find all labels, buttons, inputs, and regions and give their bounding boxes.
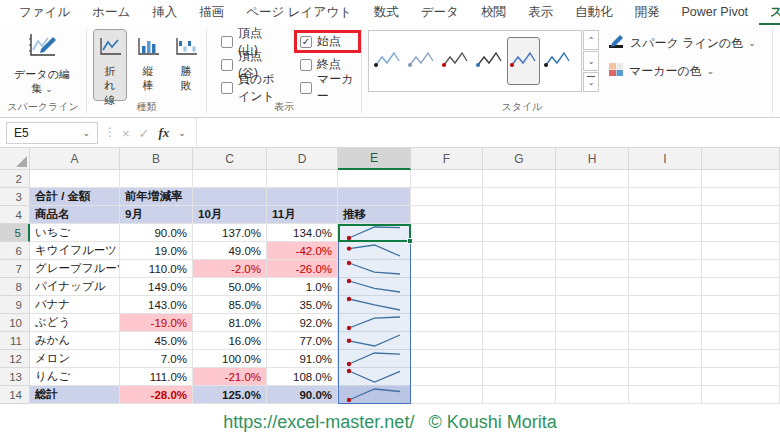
tab-スパークライン[interactable]: スパークライン: [759, 0, 780, 26]
style-thumbnail-6[interactable]: [541, 37, 574, 85]
cell-product-14[interactable]: 総計: [30, 386, 120, 404]
style-thumbnail-5[interactable]: [507, 37, 540, 85]
cell[interactable]: [702, 296, 780, 314]
cell[interactable]: [629, 206, 702, 224]
row-header-7[interactable]: 7: [0, 260, 30, 278]
cell-value-12-1[interactable]: 7.0%: [120, 350, 193, 368]
cell-value-12-2[interactable]: 100.0%: [193, 350, 267, 368]
cell[interactable]: [702, 206, 780, 224]
cell[interactable]: [629, 260, 702, 278]
type-button-line[interactable]: 折 れ線: [93, 29, 127, 101]
cell[interactable]: [411, 296, 483, 314]
cell-value-6-1[interactable]: 19.0%: [120, 242, 193, 260]
cell[interactable]: [411, 170, 483, 188]
fill-handle[interactable]: [407, 238, 413, 244]
cell-value-11-2[interactable]: 16.0%: [193, 332, 267, 350]
cell[interactable]: [411, 206, 483, 224]
cell-product-12[interactable]: メロン: [30, 350, 120, 368]
cell-total-title[interactable]: 合計 / 金額: [30, 188, 120, 206]
formula-input[interactable]: [196, 118, 780, 147]
checkbox-markers[interactable]: マーカー: [294, 76, 361, 99]
cell-value-6-3[interactable]: -42.0%: [267, 242, 338, 260]
cell-sparkline-13[interactable]: [338, 368, 411, 386]
row-header-9[interactable]: 9: [0, 296, 30, 314]
cell[interactable]: [411, 260, 483, 278]
enter-icon[interactable]: ✓: [139, 126, 150, 141]
cell-sparkline-6[interactable]: [338, 242, 411, 260]
cell-value-9-2[interactable]: 85.0%: [193, 296, 267, 314]
cell[interactable]: [193, 170, 267, 188]
cell[interactable]: [411, 224, 483, 242]
type-button-column[interactable]: 縦 棒: [131, 29, 165, 101]
cell[interactable]: [411, 368, 483, 386]
tab-校閲[interactable]: 校閲: [470, 0, 517, 26]
cell[interactable]: [629, 350, 702, 368]
tab-開発[interactable]: 開発: [623, 0, 670, 26]
cell[interactable]: [411, 314, 483, 332]
cell[interactable]: [629, 188, 702, 206]
cell[interactable]: [193, 188, 267, 206]
tab-Power Pivot[interactable]: Power Pivot: [670, 1, 759, 24]
gallery-scroll-up-button[interactable]: ⌃: [583, 30, 599, 50]
cell[interactable]: [483, 278, 556, 296]
cell-value-9-1[interactable]: 143.0%: [120, 296, 193, 314]
cell-header-11月[interactable]: 11月: [267, 206, 338, 224]
column-header-H[interactable]: H: [556, 148, 629, 170]
cell[interactable]: [483, 188, 556, 206]
cell[interactable]: [702, 368, 780, 386]
cell[interactable]: [30, 170, 120, 188]
insert-function-icon[interactable]: fx: [159, 125, 170, 141]
cell-product-9[interactable]: バナナ: [30, 296, 120, 314]
cell-value-10-3[interactable]: 92.0%: [267, 314, 338, 332]
column-header-blank[interactable]: [702, 148, 780, 170]
style-thumbnail-4[interactable]: [473, 37, 506, 85]
cell[interactable]: [556, 278, 629, 296]
row-header-4[interactable]: 4: [0, 206, 30, 224]
gallery-scroll-down-button[interactable]: ⌄: [583, 51, 599, 71]
column-header-F[interactable]: F: [411, 148, 483, 170]
style-thumbnail-3[interactable]: [439, 37, 472, 85]
row-header-5[interactable]: 5: [0, 224, 30, 242]
column-header-B[interactable]: B: [120, 148, 193, 170]
cell-product-5[interactable]: いちご: [30, 224, 120, 242]
cell-product-10[interactable]: ぶどう: [30, 314, 120, 332]
cell-product-11[interactable]: みかん: [30, 332, 120, 350]
type-button-win-loss[interactable]: 勝 敗: [169, 29, 203, 101]
tab-ページ レイアウト[interactable]: ページ レイアウト: [235, 0, 363, 26]
cell-header-9月[interactable]: 9月: [120, 206, 193, 224]
cell[interactable]: [629, 224, 702, 242]
cell[interactable]: [120, 170, 193, 188]
cell-value-10-1[interactable]: -19.0%: [120, 314, 193, 332]
tab-データ[interactable]: データ: [410, 0, 470, 26]
cell[interactable]: [556, 260, 629, 278]
marker-color-button[interactable]: マーカーの色⌄: [608, 62, 756, 80]
cell[interactable]: [411, 332, 483, 350]
tab-描画[interactable]: 描画: [188, 0, 235, 26]
cell[interactable]: [556, 314, 629, 332]
cell[interactable]: [702, 386, 780, 404]
cell[interactable]: [556, 350, 629, 368]
cell[interactable]: [556, 224, 629, 242]
cell-sparkline-5[interactable]: [338, 224, 411, 242]
cell[interactable]: [702, 242, 780, 260]
cell[interactable]: [411, 350, 483, 368]
tab-ファイル[interactable]: ファイル: [8, 0, 81, 26]
cell-header-10月[interactable]: 10月: [193, 206, 267, 224]
column-header-C[interactable]: C: [193, 148, 267, 170]
cancel-icon[interactable]: ×: [122, 126, 130, 141]
cell-value-11-1[interactable]: 45.0%: [120, 332, 193, 350]
cell-value-8-2[interactable]: 50.0%: [193, 278, 267, 296]
cell[interactable]: [556, 170, 629, 188]
column-header-D[interactable]: D: [267, 148, 338, 170]
row-header-10[interactable]: 10: [0, 314, 30, 332]
cell-value-8-1[interactable]: 149.0%: [120, 278, 193, 296]
cell[interactable]: [702, 260, 780, 278]
cell-value-13-1[interactable]: 111.0%: [120, 368, 193, 386]
column-header-I[interactable]: I: [629, 148, 702, 170]
cell[interactable]: [629, 242, 702, 260]
cell[interactable]: [338, 188, 411, 206]
cell[interactable]: [629, 296, 702, 314]
cell-value-7-3[interactable]: -26.0%: [267, 260, 338, 278]
tab-自動化[interactable]: 自動化: [564, 0, 624, 26]
cell-value-5-2[interactable]: 137.0%: [193, 224, 267, 242]
